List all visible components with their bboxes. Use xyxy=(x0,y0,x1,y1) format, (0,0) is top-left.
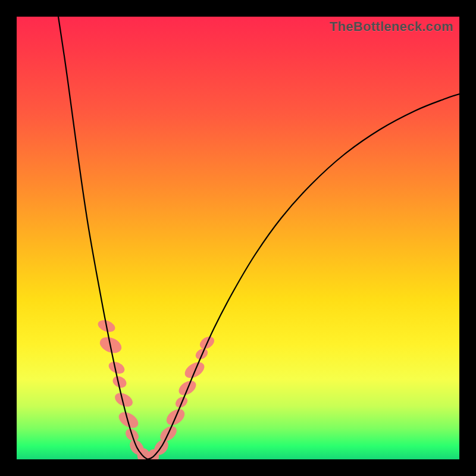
curve-right xyxy=(148,94,459,459)
data-marker xyxy=(182,359,207,381)
chart-svg xyxy=(17,17,459,459)
chart-frame: TheBottleneck.com xyxy=(0,0,476,476)
data-marker xyxy=(116,409,141,431)
curve-left xyxy=(58,17,148,459)
chart-plot-area: TheBottleneck.com xyxy=(17,17,459,459)
